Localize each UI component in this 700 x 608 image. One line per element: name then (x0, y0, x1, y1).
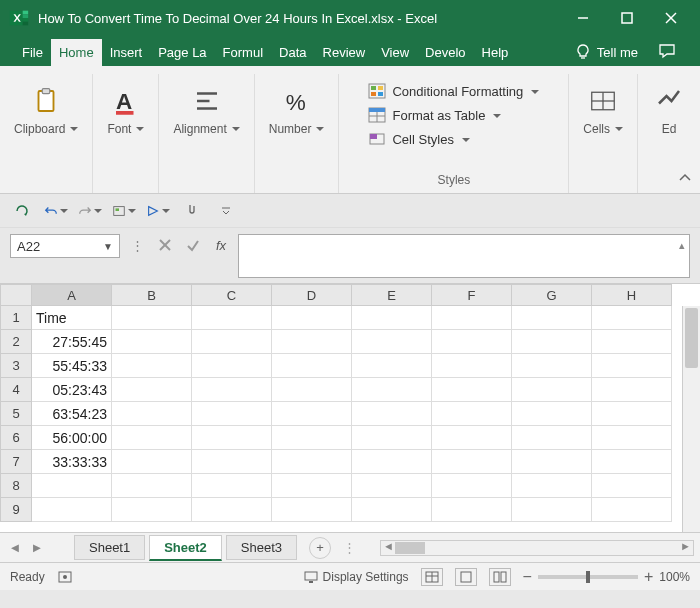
fx-options-button[interactable]: ⋮ (126, 234, 148, 256)
cell[interactable] (512, 426, 592, 450)
view-page-break-button[interactable] (489, 568, 511, 586)
row-header[interactable]: 4 (0, 378, 32, 402)
row-header[interactable]: 1 (0, 306, 32, 330)
col-header-h[interactable]: H (592, 284, 672, 306)
tab-home[interactable]: Home (51, 39, 102, 66)
cell[interactable] (192, 354, 272, 378)
editing-button[interactable]: Ed (644, 78, 694, 142)
col-header-a[interactable]: A (32, 284, 112, 306)
horizontal-scrollbar[interactable]: ◄ ► (380, 540, 694, 556)
number-button[interactable]: % Number (261, 78, 333, 142)
cell[interactable] (272, 378, 352, 402)
cell[interactable] (272, 306, 352, 330)
cell[interactable] (512, 306, 592, 330)
qat-button-1[interactable] (112, 199, 136, 223)
cell[interactable] (512, 450, 592, 474)
fx-button[interactable]: fx (210, 234, 232, 256)
scrollbar-thumb[interactable] (685, 308, 698, 368)
clipboard-button[interactable]: Clipboard (6, 78, 86, 142)
tab-review[interactable]: Review (315, 39, 374, 66)
cell[interactable] (192, 330, 272, 354)
cell[interactable] (112, 306, 192, 330)
zoom-out-button[interactable]: − (523, 568, 532, 586)
new-sheet-button[interactable]: + (309, 537, 331, 559)
cancel-formula-button[interactable] (154, 234, 176, 256)
row-header[interactable]: 2 (0, 330, 32, 354)
cell[interactable] (592, 426, 672, 450)
cell[interactable] (512, 378, 592, 402)
sheet-nav-next[interactable]: ► (28, 539, 46, 557)
sheet-tab-2[interactable]: Sheet2 (149, 535, 222, 561)
cell[interactable] (32, 474, 112, 498)
cell[interactable] (192, 402, 272, 426)
cell[interactable] (272, 450, 352, 474)
cell[interactable] (592, 450, 672, 474)
cell[interactable] (272, 474, 352, 498)
cell[interactable] (112, 450, 192, 474)
qat-button-3[interactable] (180, 199, 204, 223)
comments-button[interactable] (648, 36, 686, 66)
row-header[interactable]: 3 (0, 354, 32, 378)
cell[interactable] (432, 450, 512, 474)
cell[interactable] (592, 378, 672, 402)
cell[interactable] (272, 498, 352, 522)
cell-a2[interactable]: 27:55:45 (32, 330, 112, 354)
cell[interactable] (272, 426, 352, 450)
col-header-f[interactable]: F (432, 284, 512, 306)
cell[interactable] (512, 354, 592, 378)
row-header[interactable]: 6 (0, 426, 32, 450)
cell[interactable] (432, 402, 512, 426)
col-header-e[interactable]: E (352, 284, 432, 306)
cell[interactable] (512, 498, 592, 522)
cell[interactable] (592, 402, 672, 426)
cell[interactable] (272, 354, 352, 378)
cell[interactable] (112, 426, 192, 450)
cell[interactable] (432, 426, 512, 450)
cell[interactable] (592, 306, 672, 330)
cell[interactable] (592, 330, 672, 354)
refresh-button[interactable] (10, 199, 34, 223)
cell[interactable] (192, 378, 272, 402)
cell[interactable] (272, 330, 352, 354)
cell-a3[interactable]: 55:45:33 (32, 354, 112, 378)
cell-a5[interactable]: 63:54:23 (32, 402, 112, 426)
tab-data[interactable]: Data (271, 39, 314, 66)
cell[interactable] (352, 498, 432, 522)
tell-me[interactable]: Tell me (565, 38, 648, 66)
cell[interactable] (352, 474, 432, 498)
cell[interactable] (432, 330, 512, 354)
tab-file[interactable]: File (14, 39, 51, 66)
vertical-scrollbar[interactable] (682, 306, 700, 532)
cell-a4[interactable]: 05:23:43 (32, 378, 112, 402)
cell[interactable] (432, 378, 512, 402)
cell[interactable] (512, 402, 592, 426)
sheet-tab-1[interactable]: Sheet1 (74, 535, 145, 560)
cell[interactable] (512, 474, 592, 498)
format-as-table-button[interactable]: Format as Table (368, 106, 501, 124)
cell[interactable] (112, 378, 192, 402)
cell[interactable] (112, 354, 192, 378)
cell[interactable] (32, 498, 112, 522)
cell[interactable] (352, 306, 432, 330)
select-all-corner[interactable] (0, 284, 32, 306)
cells-button[interactable]: Cells (575, 78, 631, 142)
cell[interactable] (432, 306, 512, 330)
cell[interactable] (432, 474, 512, 498)
cell[interactable] (352, 402, 432, 426)
cell[interactable] (192, 450, 272, 474)
cell[interactable] (112, 498, 192, 522)
cell[interactable] (192, 306, 272, 330)
view-normal-button[interactable] (421, 568, 443, 586)
conditional-formatting-button[interactable]: Conditional Formatting (368, 82, 539, 100)
zoom-slider[interactable] (538, 575, 638, 579)
cell[interactable] (192, 474, 272, 498)
cell-a1[interactable]: Time (32, 306, 112, 330)
row-header[interactable]: 8 (0, 474, 32, 498)
col-header-b[interactable]: B (112, 284, 192, 306)
row-header[interactable]: 9 (0, 498, 32, 522)
col-header-g[interactable]: G (512, 284, 592, 306)
cell[interactable] (112, 330, 192, 354)
cell[interactable] (352, 450, 432, 474)
cell[interactable] (592, 474, 672, 498)
cell[interactable] (192, 498, 272, 522)
